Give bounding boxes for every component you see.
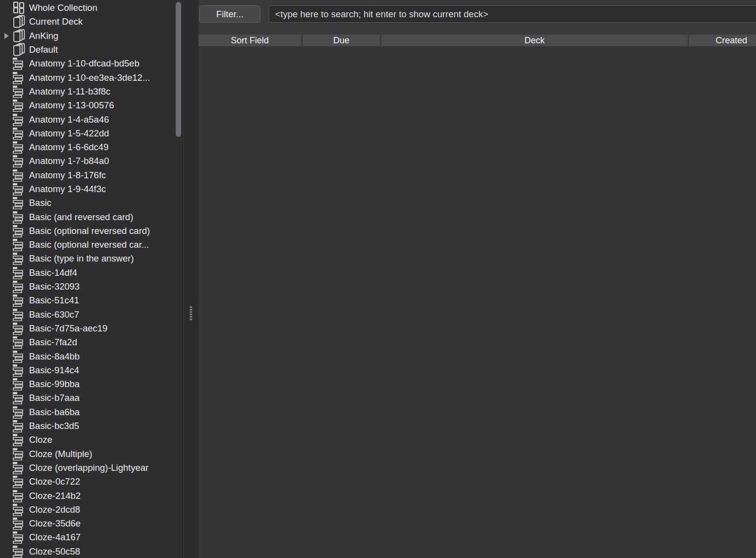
- sidebar-item[interactable]: Anatomy 1-9-44f3c: [0, 182, 183, 196]
- sidebar-item[interactable]: Anatomy 1-13-00576: [0, 98, 183, 112]
- column-header[interactable]: Sort Field: [198, 34, 301, 46]
- sidebar-item-label: Cloze-2dcd8: [29, 504, 80, 515]
- sidebar-item-label: Cloze-50c58: [29, 546, 80, 557]
- notetype-icon: [13, 141, 24, 154]
- sidebar-item[interactable]: Cloze-35d6e: [0, 517, 183, 530]
- sidebar-item-label: Anatomy 1-8-176fc: [29, 170, 106, 181]
- sidebar-item-label: Cloze-0c722: [29, 476, 80, 487]
- sidebar-item[interactable]: Basic: [0, 196, 183, 210]
- sidebar-item[interactable]: Basic (optional reversed car...: [0, 238, 183, 252]
- sidebar-item[interactable]: Basic-ba6ba: [0, 405, 183, 419]
- sidebar-item[interactable]: Cloze (Multiple): [0, 447, 183, 461]
- column-header[interactable]: Created: [689, 34, 756, 46]
- notetype-icon: [13, 155, 24, 167]
- column-header[interactable]: Deck: [381, 34, 688, 46]
- sidebar-item[interactable]: Cloze-214b2: [0, 489, 183, 502]
- sidebar-item[interactable]: Anatomy 1-5-422dd: [0, 127, 183, 140]
- notetype-icon: [13, 378, 24, 391]
- sidebar-item[interactable]: Default: [0, 43, 183, 57]
- sidebar-item-label: Anatomy 1-5-422dd: [29, 128, 109, 139]
- notetype-icon: [13, 322, 24, 335]
- search-input[interactable]: [269, 5, 756, 23]
- sidebar-item[interactable]: Anatomy 1-4-a5a46: [0, 112, 183, 126]
- sidebar-item-label: Anatomy 1-9-44f3c: [29, 184, 106, 195]
- sidebar-scrollbar-thumb[interactable]: [176, 2, 181, 137]
- anki-browser-window: Whole Collection: [0, 0, 756, 558]
- notetype-icon: [13, 183, 24, 196]
- notetype-icon: [13, 71, 24, 84]
- sidebar-item[interactable]: Cloze-50c58: [0, 545, 183, 558]
- sidebar-item[interactable]: Basic-630c7: [0, 308, 183, 322]
- sidebar-item-label: Basic-914c4: [29, 365, 79, 376]
- sidebar-item[interactable]: Basic-32093: [0, 280, 183, 294]
- sidebar-item-label: Cloze-214b2: [29, 491, 81, 501]
- sidebar: Whole Collection: [0, 0, 183, 558]
- sidebar-item[interactable]: Anatomy 1-10-ee3ea-3de12...: [0, 70, 183, 84]
- sidebar-item[interactable]: Basic-7fa2d: [0, 335, 183, 349]
- notetype-icon: [13, 113, 24, 126]
- sidebar-item[interactable]: Basic (type in the answer): [0, 252, 183, 265]
- sidebar-item[interactable]: Anatomy 1-8-176fc: [0, 168, 183, 182]
- sidebar-item[interactable]: Anatomy 1-7-b84a0: [0, 154, 183, 168]
- sidebar-item-label: Cloze-4a167: [29, 532, 81, 543]
- sidebar-item-label: Basic-630c7: [29, 309, 79, 320]
- sidebar-item-label: Basic-bc3d5: [29, 421, 79, 431]
- notetype-icon: [13, 364, 24, 377]
- notetype-icon: [13, 280, 24, 293]
- splitter-strip: [184, 0, 198, 558]
- notetype-icon: [13, 57, 24, 70]
- table-body: [198, 46, 756, 558]
- sidebar-item-label: Basic (type in the answer): [29, 253, 134, 264]
- sidebar-item-label: Default: [29, 44, 58, 55]
- notetype-icon: [13, 545, 24, 558]
- notetype-icon: [13, 433, 24, 446]
- notetype-icon: [13, 294, 24, 307]
- sidebar-item[interactable]: Cloze-4a167: [0, 530, 183, 544]
- sidebar-item[interactable]: Basic (and reversed card): [0, 210, 183, 224]
- sidebar-item[interactable]: Whole Collection: [0, 1, 183, 15]
- sidebar-item[interactable]: Anatomy 1-6-6dc49: [0, 140, 183, 154]
- sidebar-item[interactable]: Basic-99bba: [0, 377, 183, 391]
- sidebar-item-label: Anatomy 1-10-dfcad-bd5eb: [29, 58, 139, 69]
- notetype-icon: [13, 211, 24, 224]
- sidebar-item-label: Basic-7d75a-aec19: [29, 323, 107, 334]
- sidebar-item[interactable]: Basic-7d75a-aec19: [0, 322, 183, 335]
- sidebar-item[interactable]: Anatomy 1-11-b3f8c: [0, 85, 183, 98]
- splitter-handle[interactable]: [189, 305, 193, 321]
- notetype-icon: [13, 252, 24, 265]
- filter-button[interactable]: Filter...: [199, 5, 260, 23]
- notetype-icon: [13, 475, 24, 488]
- sidebar-item-label: Cloze (overlapping)-Lightyear: [29, 462, 149, 473]
- sidebar-item-label: Basic-ba6ba: [29, 407, 80, 418]
- sidebar-item[interactable]: Anatomy 1-10-dfcad-bd5eb: [0, 57, 183, 70]
- sidebar-item-label: Anatomy 1-4-a5a46: [29, 114, 109, 125]
- sidebar-item[interactable]: Cloze: [0, 433, 183, 447]
- sidebar-item[interactable]: Basic-14df4: [0, 266, 183, 280]
- sidebar-item[interactable]: Basic-914c4: [0, 363, 183, 377]
- column-header[interactable]: Due: [303, 34, 380, 46]
- table-header: Sort FieldDueDeckCreated: [198, 34, 756, 46]
- sidebar-item[interactable]: Current Deck: [0, 15, 183, 29]
- expand-arrow-icon[interactable]: [0, 33, 13, 39]
- sidebar-item-label: Cloze-35d6e: [29, 518, 81, 529]
- notetype-icon: [13, 392, 24, 404]
- sidebar-item[interactable]: Basic-bc3d5: [0, 419, 183, 433]
- sidebar-item-label: Basic (optional reversed card): [29, 226, 150, 236]
- sidebar-item[interactable]: AnKing: [0, 29, 183, 43]
- sidebar-item[interactable]: Basic-8a4bb: [0, 349, 183, 363]
- sidebar-item[interactable]: Cloze (overlapping)-Lightyear: [0, 461, 183, 475]
- notetype-icon: [13, 420, 24, 432]
- notetype-icon: [13, 308, 24, 321]
- deck-icon: [13, 29, 26, 43]
- collection-icon: [13, 1, 25, 14]
- sidebar-item[interactable]: Basic-51c41: [0, 294, 183, 307]
- notetype-icon: [13, 127, 24, 140]
- sidebar-item[interactable]: Cloze-0c722: [0, 475, 183, 489]
- sidebar-item-label: Anatomy 1-7-b84a0: [29, 156, 109, 166]
- sidebar-item[interactable]: Basic (optional reversed card): [0, 224, 183, 238]
- sidebar-item[interactable]: Cloze-2dcd8: [0, 503, 183, 517]
- sidebar-item[interactable]: Basic-b7aaa: [0, 391, 183, 405]
- notetype-icon: [13, 85, 24, 98]
- sidebar-item-label: Basic-8a4bb: [29, 351, 80, 362]
- notetype-icon: [13, 350, 24, 363]
